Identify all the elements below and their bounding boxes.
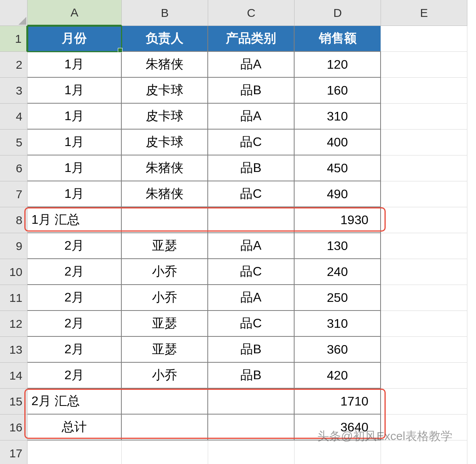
cell-B11[interactable]: 小乔: [122, 285, 208, 311]
cell-C16[interactable]: [208, 415, 295, 440]
row-header-8[interactable]: 8: [0, 207, 27, 233]
row-header-10[interactable]: 10: [0, 259, 27, 285]
row-header-14[interactable]: 14: [0, 363, 27, 389]
cell-C10[interactable]: 品C: [208, 259, 295, 285]
cell-D2[interactable]: 120: [295, 52, 381, 78]
cell-B16[interactable]: [122, 415, 208, 440]
cell-E7[interactable]: [381, 181, 467, 207]
cell-A11[interactable]: 2月: [27, 285, 122, 311]
cell-E11[interactable]: [381, 285, 467, 311]
row-header-3[interactable]: 3: [0, 78, 27, 104]
cell-C3[interactable]: 品B: [208, 78, 295, 104]
cell-D15[interactable]: 1710: [295, 389, 381, 415]
col-header-D[interactable]: D: [295, 0, 381, 26]
cell-A16[interactable]: 总计: [27, 415, 122, 440]
row-header-11[interactable]: 11: [0, 285, 27, 311]
row-header-4[interactable]: 4: [0, 104, 27, 130]
cell-E3[interactable]: [381, 78, 467, 104]
cell-B14[interactable]: 小乔: [122, 363, 208, 389]
cell-B9[interactable]: 亚瑟: [122, 233, 208, 259]
cell-E14[interactable]: [381, 363, 467, 389]
cell-E10[interactable]: [381, 259, 467, 285]
cell-C15[interactable]: [208, 389, 295, 415]
row-header-12[interactable]: 12: [0, 311, 27, 337]
cell-D5[interactable]: 400: [295, 130, 381, 155]
cell-A3[interactable]: 1月: [27, 78, 122, 104]
cell-B6[interactable]: 朱猪侠: [122, 155, 208, 181]
cell-A17[interactable]: [27, 440, 122, 464]
col-header-C[interactable]: C: [208, 0, 295, 26]
cell-D7[interactable]: 490: [295, 181, 381, 207]
cell-D8[interactable]: 1930: [295, 207, 381, 233]
row-header-9[interactable]: 9: [0, 233, 27, 259]
cell-C4[interactable]: 品A: [208, 104, 295, 130]
cell-B15[interactable]: [122, 389, 208, 415]
cell-C9[interactable]: 品A: [208, 233, 295, 259]
cell-E4[interactable]: [381, 104, 467, 130]
cell-C2[interactable]: 品A: [208, 52, 295, 78]
cell-E6[interactable]: [381, 155, 467, 181]
cell-D6[interactable]: 450: [295, 155, 381, 181]
cell-A4[interactable]: 1月: [27, 104, 122, 130]
cell-B7[interactable]: 朱猪侠: [122, 181, 208, 207]
cell-C7[interactable]: 品C: [208, 181, 295, 207]
cell-A13[interactable]: 2月: [27, 337, 122, 363]
cell-E8[interactable]: [381, 207, 467, 233]
row-header-5[interactable]: 5: [0, 130, 27, 155]
cell-A2[interactable]: 1月: [27, 52, 122, 78]
cell-B8[interactable]: [122, 207, 208, 233]
cell-E13[interactable]: [381, 337, 467, 363]
cell-C11[interactable]: 品A: [208, 285, 295, 311]
row-header-17[interactable]: 17: [0, 440, 27, 464]
col-header-A[interactable]: A: [27, 0, 122, 26]
cell-D4[interactable]: 310: [295, 104, 381, 130]
cell-D11[interactable]: 250: [295, 285, 381, 311]
cell-E2[interactable]: [381, 52, 467, 78]
cell-B17[interactable]: [122, 440, 208, 464]
cell-D10[interactable]: 240: [295, 259, 381, 285]
cell-A10[interactable]: 2月: [27, 259, 122, 285]
row-header-13[interactable]: 13: [0, 337, 27, 363]
cell-C6[interactable]: 品B: [208, 155, 295, 181]
row-header-16[interactable]: 16: [0, 415, 27, 440]
cell-B1[interactable]: 负责人: [122, 26, 208, 52]
cell-D1[interactable]: 销售额: [295, 26, 381, 52]
cell-A8[interactable]: 1月 汇总: [27, 207, 122, 233]
col-header-E[interactable]: E: [381, 0, 467, 26]
cell-C8[interactable]: [208, 207, 295, 233]
cell-E9[interactable]: [381, 233, 467, 259]
cell-A5[interactable]: 1月: [27, 130, 122, 155]
cell-A7[interactable]: 1月: [27, 181, 122, 207]
cell-C12[interactable]: 品C: [208, 311, 295, 337]
row-header-1[interactable]: 1: [0, 26, 27, 52]
select-all-corner[interactable]: [0, 0, 27, 26]
cell-A14[interactable]: 2月: [27, 363, 122, 389]
cell-C5[interactable]: 品C: [208, 130, 295, 155]
cell-C17[interactable]: [208, 440, 295, 464]
cell-D3[interactable]: 160: [295, 78, 381, 104]
cell-A15[interactable]: 2月 汇总: [27, 389, 122, 415]
cell-B12[interactable]: 亚瑟: [122, 311, 208, 337]
cell-C1[interactable]: 产品类别: [208, 26, 295, 52]
cell-D14[interactable]: 420: [295, 363, 381, 389]
cell-E5[interactable]: [381, 130, 467, 155]
row-header-6[interactable]: 6: [0, 155, 27, 181]
cell-D9[interactable]: 130: [295, 233, 381, 259]
cell-D12[interactable]: 310: [295, 311, 381, 337]
row-header-7[interactable]: 7: [0, 181, 27, 207]
cell-D13[interactable]: 360: [295, 337, 381, 363]
cell-B4[interactable]: 皮卡球: [122, 104, 208, 130]
cell-C14[interactable]: 品B: [208, 363, 295, 389]
cell-B2[interactable]: 朱猪侠: [122, 52, 208, 78]
cell-B10[interactable]: 小乔: [122, 259, 208, 285]
cell-A6[interactable]: 1月: [27, 155, 122, 181]
cell-E15[interactable]: [381, 389, 467, 415]
cell-A12[interactable]: 2月: [27, 311, 122, 337]
row-header-15[interactable]: 15: [0, 389, 27, 415]
cell-A9[interactable]: 2月: [27, 233, 122, 259]
cell-E1[interactable]: [381, 26, 467, 52]
cell-B3[interactable]: 皮卡球: [122, 78, 208, 104]
cell-B13[interactable]: 亚瑟: [122, 337, 208, 363]
cell-C13[interactable]: 品B: [208, 337, 295, 363]
cell-E12[interactable]: [381, 311, 467, 337]
